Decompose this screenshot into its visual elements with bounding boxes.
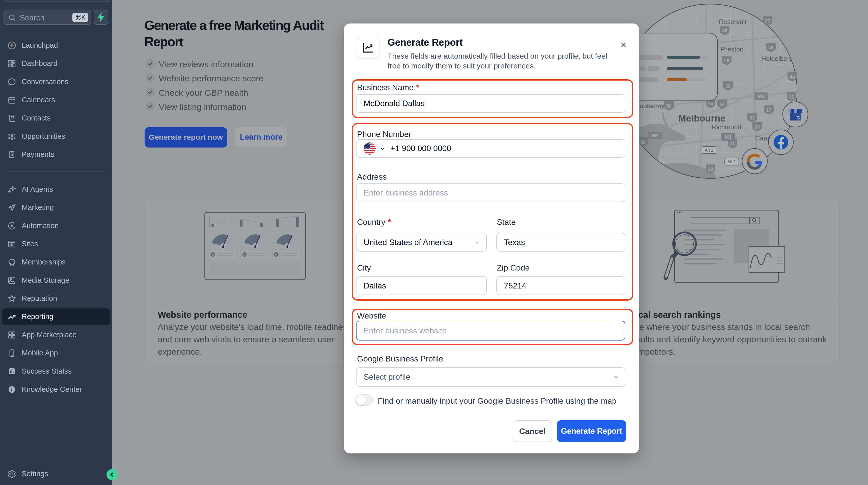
svg-text:45: 45	[708, 101, 713, 106]
svg-text:Heidelberg: Heidelberg	[761, 55, 793, 62]
svg-text:M1: M1	[725, 134, 732, 140]
svg-text:44: 44	[789, 74, 795, 80]
svg-text:Melbourne: Melbourne	[678, 113, 725, 123]
svg-text:17: 17	[766, 107, 771, 113]
svg-text:Preston: Preston	[721, 46, 744, 53]
svg-text:26: 26	[730, 141, 735, 146]
svg-text:M1: M1	[652, 133, 659, 138]
svg-text:M3: M3	[758, 93, 765, 99]
svg-text:G: G	[797, 115, 800, 120]
svg-text:38: 38	[725, 83, 731, 89]
svg-text:56: 56	[640, 139, 646, 145]
svg-text:Alt 1: Alt 1	[727, 160, 736, 164]
svg-text:50: 50	[666, 103, 672, 109]
svg-text:29: 29	[724, 58, 729, 63]
svg-text:27: 27	[765, 18, 770, 24]
svg-text:29: 29	[708, 167, 713, 172]
svg-text:Reservoir: Reservoir	[719, 18, 747, 26]
svg-text:ootscray: ootscray	[640, 102, 664, 110]
svg-text:30: 30	[754, 124, 760, 130]
svg-text:34: 34	[719, 102, 725, 107]
svg-text:32: 32	[749, 115, 755, 120]
svg-text:46: 46	[768, 45, 773, 50]
svg-text:Alt 1: Alt 1	[705, 148, 713, 152]
svg-text:36: 36	[789, 94, 794, 99]
svg-text:Richmond: Richmond	[712, 123, 741, 131]
svg-text:45: 45	[722, 28, 727, 33]
